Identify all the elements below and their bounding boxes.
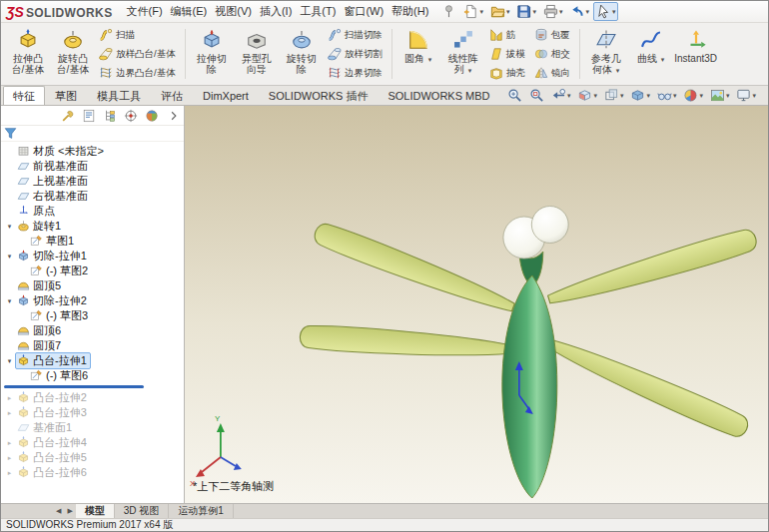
menu-item-4[interactable]: 工具(T) <box>296 1 340 22</box>
ribbon-button-curves[interactable]: 曲线 ▾ <box>629 25 673 83</box>
zoom-area-button[interactable] <box>527 87 546 104</box>
property-manager-tab[interactable] <box>81 108 97 124</box>
tree-item-8[interactable]: (-) 草图2 <box>1 264 184 278</box>
open-folder-button[interactable]: ▾ <box>487 2 513 21</box>
command-tab-5[interactable]: SOLIDWORKS 插件 <box>259 86 379 105</box>
tree-item-22[interactable]: ▸凸台-拉伸6 <box>1 465 184 480</box>
tree-item-17[interactable]: ▸凸台-拉伸2 <box>1 390 184 405</box>
tree-item-11[interactable]: (-) 草图3 <box>1 308 184 323</box>
wing-left-upper[interactable] <box>312 220 517 318</box>
ribbon-button-sweep-cut[interactable]: 扫描切除 <box>325 26 387 44</box>
apply-scene-button[interactable]: ▾ <box>708 87 732 104</box>
ribbon-button-sweep[interactable]: 扫描 <box>96 26 181 44</box>
tree-item-10[interactable]: ▾切除-拉伸2 <box>1 293 184 308</box>
zoom-fit-button[interactable] <box>505 87 524 104</box>
tree-expand-arrow[interactable]: ▾ <box>4 253 15 260</box>
menu-item-0[interactable]: 文件(F) <box>123 1 167 22</box>
ribbon-button-linear-pattern[interactable]: 线性阵列 ▾ <box>441 25 485 83</box>
tree-item-3[interactable]: 右视基准面 <box>1 189 184 204</box>
command-tab-2[interactable]: 模具工具 <box>87 86 151 105</box>
bottom-tab-2[interactable]: 运动算例1 <box>169 504 234 518</box>
rollback-bar[interactable] <box>4 385 144 388</box>
menu-item-3[interactable]: 插入(I) <box>256 1 296 22</box>
viewport[interactable]: Y X *上下二等角轴测 <box>185 106 768 503</box>
tree-item-2[interactable]: 上视基准面 <box>1 174 184 189</box>
tree-expand-arrow[interactable]: ▾ <box>4 357 15 364</box>
tree-item-18[interactable]: ▸凸台-拉伸3 <box>1 405 184 420</box>
tree-item-1[interactable]: 前视基准面 <box>1 159 184 174</box>
wing-right-lower[interactable] <box>544 332 751 441</box>
tree-expand-arrow[interactable]: ▸ <box>4 439 15 446</box>
tree-expand-arrow[interactable]: ▾ <box>4 223 15 230</box>
tree-expand-arrow[interactable]: ▸ <box>4 409 15 416</box>
ribbon-button-revolve-boss[interactable]: 旋转凸台/基体 <box>51 25 95 83</box>
menu-item-5[interactable]: 窗口(W) <box>340 1 387 22</box>
tree-item-20[interactable]: ▸凸台-拉伸4 <box>1 435 184 450</box>
panel-flyout-button[interactable] <box>168 110 180 122</box>
section-view-button[interactable]: ▾ <box>575 87 599 104</box>
feature-manager-tab[interactable] <box>60 108 76 124</box>
model-eye-right[interactable] <box>531 207 568 244</box>
ribbon-button-instant3d[interactable]: Instant3D <box>674 25 718 83</box>
ribbon-button-loft-cut[interactable]: 放样切割 <box>325 45 387 63</box>
tree-item-21[interactable]: ▸凸台-拉伸5 <box>1 450 184 465</box>
ribbon-button-hole-wizard[interactable]: 异型孔向导 <box>235 25 279 83</box>
display-manager-tab[interactable] <box>144 108 160 124</box>
tree-item-5[interactable]: ▾旋转1 <box>1 219 184 234</box>
menu-item-1[interactable]: 编辑(E) <box>167 1 212 22</box>
ribbon-button-boundary-cut[interactable]: 边界切除 <box>325 64 387 82</box>
tab-scroll-right-button[interactable]: ▶ <box>64 504 75 518</box>
ribbon-button-reference-geometry[interactable]: 参考几何体 ▾ <box>584 25 628 83</box>
command-tab-4[interactable]: DimXpert <box>193 86 259 105</box>
tree-expand-arrow[interactable]: ▸ <box>4 469 15 476</box>
ribbon-button-rib[interactable]: 筋 <box>486 26 530 44</box>
tree-item-15[interactable]: (-) 草图6 <box>1 368 184 383</box>
tree-item-14[interactable]: ▾凸台-拉伸1 <box>1 353 184 368</box>
tree-item-6[interactable]: 草图1 <box>1 234 184 249</box>
ribbon-button-intersect[interactable]: 相交 <box>531 45 575 63</box>
command-tab-3[interactable]: 评估 <box>151 86 193 105</box>
tree-item-4[interactable]: 原点 <box>1 204 184 219</box>
ribbon-button-extrude-boss[interactable]: 拉伸凸台/基体 <box>6 25 50 83</box>
menu-item-6[interactable]: 帮助(H) <box>387 1 432 22</box>
command-tab-6[interactable]: SOLIDWORKS MBD <box>378 86 499 105</box>
ribbon-button-extrude-cut[interactable]: 拉伸切除 <box>190 25 234 83</box>
ribbon-button-wrap[interactable]: 包覆 <box>531 26 575 44</box>
ribbon-button-fillet[interactable]: 圆角 ▾ <box>396 25 440 83</box>
new-document-button[interactable]: ▾ <box>460 2 486 21</box>
save-button[interactable]: ▾ <box>513 2 539 21</box>
wing-left-lower[interactable] <box>300 324 512 361</box>
hide-show-items-button[interactable]: ▾ <box>655 87 679 104</box>
tree-item-7[interactable]: ▾切除-拉伸1 <box>1 249 184 264</box>
model-dragonfly[interactable]: Y X <box>185 106 768 503</box>
tree-item-12[interactable]: 圆顶6 <box>1 323 184 338</box>
ribbon-button-revolve-cut[interactable]: 旋转切除 <box>280 25 324 83</box>
ribbon-button-loft[interactable]: 放样凸台/基体 <box>96 45 181 63</box>
pin-button[interactable] <box>438 2 459 21</box>
tree-filter-button[interactable] <box>4 127 17 141</box>
tree-expand-arrow[interactable]: ▾ <box>4 297 15 304</box>
dimxpert-manager-tab[interactable] <box>123 108 139 124</box>
undo-button[interactable]: ▾ <box>566 2 592 21</box>
bottom-tab-1[interactable]: 3D 视图 <box>115 504 170 518</box>
ribbon-button-shell[interactable]: 抽壳 <box>486 64 530 82</box>
view-settings-button[interactable]: ▾ <box>734 87 758 104</box>
tree-expand-arrow[interactable]: ▸ <box>4 394 15 401</box>
tab-scroll-left-button[interactable]: ◀ <box>53 504 64 518</box>
ribbon-button-mirror[interactable]: 镜向 <box>531 64 575 82</box>
ribbon-button-draft[interactable]: 拔模 <box>486 45 530 63</box>
tree-expand-arrow[interactable]: ▸ <box>4 454 15 461</box>
ribbon-button-boundary[interactable]: 边界凸台/基体 <box>96 64 181 82</box>
edit-appearance-button[interactable]: ▾ <box>681 87 705 104</box>
tree-item-9[interactable]: 圆顶5 <box>1 278 184 293</box>
menu-item-2[interactable]: 视图(V) <box>211 1 256 22</box>
configuration-manager-tab[interactable] <box>102 108 118 124</box>
bottom-tab-0[interactable]: 模型 <box>76 504 115 518</box>
previous-view-button[interactable]: ▾ <box>549 87 573 104</box>
print-button[interactable]: ▾ <box>540 2 566 21</box>
tree-item-0[interactable]: 材质 <未指定> <box>1 144 184 159</box>
wing-right-upper[interactable] <box>545 227 759 311</box>
tree-item-13[interactable]: 圆顶7 <box>1 338 184 353</box>
select-arrow-button[interactable]: ▾ <box>593 2 619 21</box>
command-tab-1[interactable]: 草图 <box>45 86 87 105</box>
